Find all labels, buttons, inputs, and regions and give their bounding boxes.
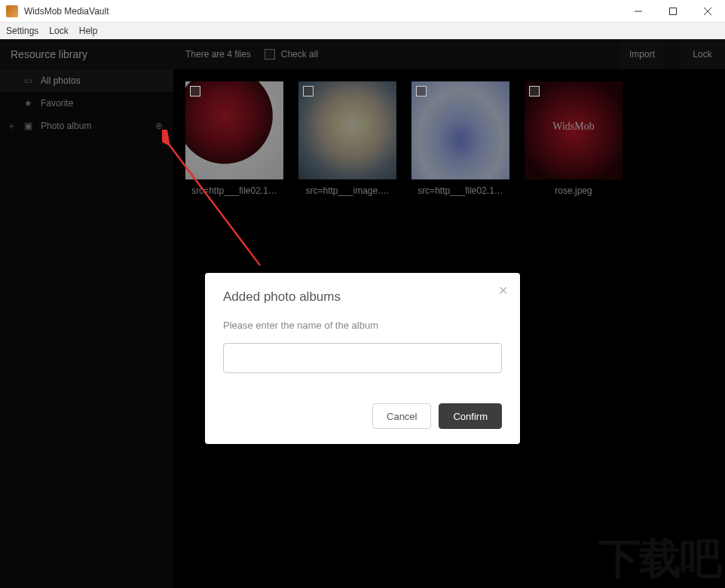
app-body: Resource library ▭ All photos ★ Favorite…	[0, 39, 725, 588]
confirm-button[interactable]: Confirm	[439, 403, 502, 429]
thumb-checkbox[interactable]	[529, 86, 540, 96]
dialog-title: Added photo albums	[223, 289, 502, 305]
menu-lock[interactable]: Lock	[49, 26, 68, 36]
window-controls	[621, 0, 725, 23]
thumb-checkbox[interactable]	[190, 86, 200, 96]
dialog-close-icon[interactable]: ✕	[498, 283, 508, 298]
add-album-dialog: ✕ Added photo albums Please enter the na…	[205, 273, 520, 444]
window-titlebar: WidsMob MediaVault	[0, 0, 725, 23]
thumb-checkbox[interactable]	[416, 86, 427, 96]
close-button[interactable]	[690, 0, 725, 23]
maximize-button[interactable]	[656, 0, 690, 23]
album-name-input[interactable]	[223, 343, 502, 373]
dialog-prompt: Please enter the name of the album	[223, 320, 502, 331]
menu-help[interactable]: Help	[79, 26, 98, 36]
minimize-button[interactable]	[621, 0, 656, 23]
thumb-checkbox[interactable]	[303, 86, 314, 96]
menu-settings[interactable]: Settings	[6, 26, 38, 36]
window-title: WidsMob MediaVault	[24, 6, 621, 17]
app-icon	[6, 5, 18, 17]
svg-rect-1	[670, 8, 677, 14]
menu-bar: Settings Lock Help	[0, 23, 725, 39]
cancel-button[interactable]: Cancel	[372, 403, 431, 429]
